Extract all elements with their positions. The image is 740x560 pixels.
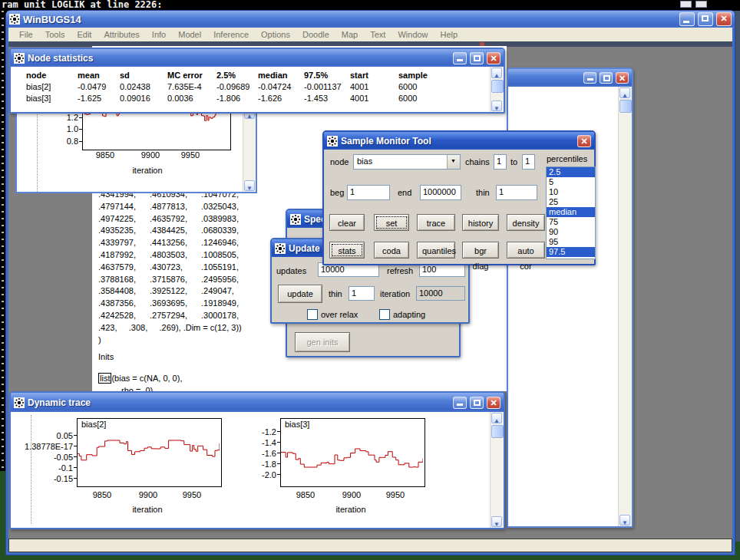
beg-field[interactable]: 1 [347,185,390,200]
menu-file[interactable]: File [13,30,39,39]
console-right-edge [734,11,740,542]
smt-titlebar[interactable]: Sample Monitor Tool [324,132,594,150]
chains-from-field[interactable]: 1 [494,154,507,170]
column-header: 2.5% [216,70,258,81]
percentile-option-median[interactable]: median [547,207,595,217]
percentile-option-5[interactable]: 5 [547,177,595,187]
chains-to-field[interactable]: 1 [522,154,535,170]
dynamic-trace-titlebar[interactable]: Dynamic trace [11,393,504,412]
maximize-button[interactable] [600,72,613,84]
scroll-down-icon[interactable] [244,180,255,191]
maximize-button[interactable] [470,397,484,409]
history-scrollbar[interactable] [243,107,256,192]
percentile-option-90[interactable]: 90 [547,227,595,237]
percentile-option-25[interactable]: 25 [547,197,595,207]
menu-options[interactable]: Options [255,30,296,39]
terminal-window-button[interactable] [695,1,707,8]
scroll-down-icon[interactable] [491,516,502,527]
dynamic-trace-scrollbar[interactable] [490,412,504,528]
thin-field[interactable]: 1 [349,286,375,301]
sample-monitor-tool-window: Sample Monitor Tool node bias chains 1 t… [322,130,596,265]
menu-map[interactable]: Map [335,30,364,39]
close-button[interactable] [487,52,500,64]
scroll-down-icon[interactable] [491,100,502,111]
over-relax-label: over relax [321,310,358,319]
clear-button[interactable]: clear [329,214,365,231]
percentile-option-10[interactable]: 10 [547,187,595,197]
node-stats-scrollbar[interactable] [490,67,504,112]
tick-mark [277,453,280,453]
terminal-text: ram unit LOGLIK at line 2226: [2,0,163,10]
menu-doodle[interactable]: Doodle [296,30,335,39]
menu-inference[interactable]: Inference [207,30,255,39]
menu-attributes[interactable]: Attributes [97,30,145,39]
menu-edit[interactable]: Edit [71,30,97,39]
percentile-option-75[interactable]: 75 [547,217,595,227]
menu-model[interactable]: Model [172,30,207,39]
smt-thin-field[interactable]: 1 [496,185,537,200]
adapting-checkbox[interactable] [379,309,390,320]
minimize-button[interactable] [453,52,467,64]
right-doc-scrollbar[interactable] [618,87,632,526]
menu-help[interactable]: Help [434,30,464,39]
doc-value: .4339797, [98,237,150,249]
minimize-button[interactable] [583,72,596,84]
close-button[interactable] [577,135,591,147]
percentile-option-97.5[interactable]: 97.5 [547,247,595,257]
auto-cor-button[interactable]: auto cor [507,242,545,259]
minimize-button[interactable] [453,397,467,409]
doc-value: .4935235, [98,225,150,237]
terminal-window-button[interactable] [680,1,692,8]
set-button[interactable]: set [374,214,409,231]
main-titlebar[interactable]: WinBUGS14 [6,11,735,28]
quantiles-button[interactable]: quantiles [417,242,455,259]
doc-list-rest: (bias = c(NA, 0, 0), [111,374,182,383]
percentiles-list[interactable]: 2.551025median75909597.5 [546,166,596,259]
maximize-button[interactable] [698,12,713,26]
scroll-up-icon[interactable] [619,87,630,98]
stats-button[interactable]: stats [329,242,365,259]
percentile-option-95[interactable]: 95 [547,237,595,247]
density-button[interactable]: density [507,214,545,231]
trace-button[interactable]: trace [417,214,455,231]
gen-inits-button[interactable]: gen inits [295,332,350,352]
coda-button[interactable]: coda [374,242,409,259]
right-doc-titlebar[interactable] [508,69,632,87]
doc-value: .3693695, [150,298,201,310]
table-cell: -1.626 [258,93,304,104]
doc-value: .430723, [150,262,201,274]
chevron-down-icon[interactable] [447,155,460,169]
terminal-bar: ram unit LOGLIK at line 2226: [0,0,740,11]
table-cell: -0.001137 [304,81,350,93]
close-button[interactable] [716,12,732,26]
scroll-thumb[interactable] [491,80,504,93]
close-button[interactable] [487,397,500,409]
menu-tools[interactable]: Tools [39,30,71,39]
percentile-option-2.5[interactable]: 2.5 [547,167,595,177]
maximize-button[interactable] [470,52,484,64]
scroll-up-icon[interactable] [491,413,502,423]
history-button[interactable]: history [462,214,499,231]
menu-text[interactable]: Text [364,30,391,39]
history-ytick: 1.0 [17,124,78,133]
doc-value: .4242528, [98,310,150,322]
scroll-thumb[interactable] [619,100,632,113]
doc-inits-label: Inits [98,351,114,364]
scroll-thumb[interactable] [491,425,504,438]
node-stats-titlebar[interactable]: Node statistics [11,49,504,67]
scroll-up-icon[interactable] [491,68,502,78]
close-button[interactable] [616,72,629,84]
scroll-down-icon[interactable] [619,515,630,525]
doc-value: .3715876, [150,274,201,286]
history-ytick: 0.8 [17,137,78,146]
update-button[interactable]: update [278,285,322,303]
doc-list-selected-word[interactable]: list [98,373,111,384]
menu-info[interactable]: Info [146,30,172,39]
node-combobox[interactable]: bias [353,154,461,170]
minimize-button[interactable] [679,12,695,26]
screen: ram unit LOGLIK at line 2226: WinBUGS14 … [0,0,740,560]
end-field[interactable]: 1000000 [420,185,461,200]
over-relax-checkbox[interactable] [307,309,318,320]
menu-window[interactable]: Window [391,30,434,39]
bgr-diag-button[interactable]: bgr diag [462,242,499,259]
